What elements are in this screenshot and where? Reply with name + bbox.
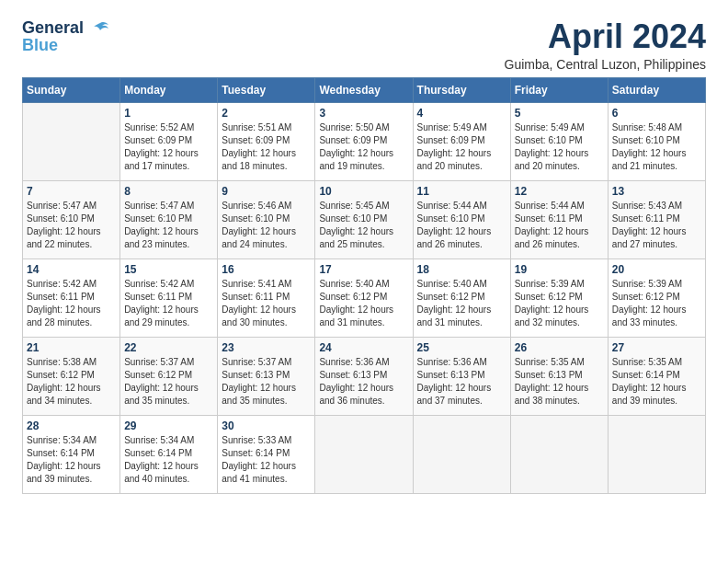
calendar-cell — [413, 415, 510, 493]
day-info: Sunrise: 5:35 AMSunset: 6:13 PMDaylight:… — [515, 356, 604, 408]
day-number: 16 — [222, 263, 311, 276]
calendar-day-header: Saturday — [608, 77, 705, 102]
calendar-cell: 17Sunrise: 5:40 AMSunset: 6:12 PMDayligh… — [315, 259, 413, 337]
calendar-cell: 16Sunrise: 5:41 AMSunset: 6:11 PMDayligh… — [218, 259, 315, 337]
calendar-cell: 7Sunrise: 5:47 AMSunset: 6:10 PMDaylight… — [23, 180, 120, 259]
day-info: Sunrise: 5:39 AMSunset: 6:12 PMDaylight:… — [612, 278, 701, 329]
calendar-cell: 6Sunrise: 5:48 AMSunset: 6:10 PMDaylight… — [608, 102, 705, 180]
day-number: 17 — [319, 263, 408, 276]
calendar-cell: 2Sunrise: 5:51 AMSunset: 6:09 PMDaylight… — [218, 102, 315, 180]
day-number: 1 — [124, 107, 213, 120]
calendar-cell: 15Sunrise: 5:42 AMSunset: 6:11 PMDayligh… — [120, 259, 218, 337]
day-number: 21 — [27, 341, 116, 354]
calendar-body: 1Sunrise: 5:52 AMSunset: 6:09 PMDaylight… — [23, 102, 706, 493]
day-info: Sunrise: 5:36 AMSunset: 6:13 PMDaylight:… — [417, 356, 506, 408]
calendar-cell: 22Sunrise: 5:37 AMSunset: 6:12 PMDayligh… — [120, 337, 218, 415]
day-number: 25 — [417, 341, 506, 354]
logo: General Blue — [22, 18, 110, 55]
day-info: Sunrise: 5:52 AMSunset: 6:09 PMDaylight:… — [124, 121, 213, 173]
day-info: Sunrise: 5:51 AMSunset: 6:09 PMDaylight:… — [222, 121, 311, 173]
day-number: 9 — [222, 185, 311, 198]
day-number: 10 — [319, 185, 408, 198]
calendar-day-header: Sunday — [23, 77, 120, 102]
day-info: Sunrise: 5:44 AMSunset: 6:11 PMDaylight:… — [515, 200, 604, 251]
logo-general: General — [22, 18, 84, 37]
calendar-cell: 28Sunrise: 5:34 AMSunset: 6:14 PMDayligh… — [23, 415, 120, 493]
calendar-week-row: 21Sunrise: 5:38 AMSunset: 6:12 PMDayligh… — [23, 337, 706, 415]
calendar-cell: 3Sunrise: 5:50 AMSunset: 6:09 PMDaylight… — [315, 102, 413, 180]
calendar-cell: 12Sunrise: 5:44 AMSunset: 6:11 PMDayligh… — [510, 180, 608, 259]
day-number: 22 — [124, 341, 213, 354]
calendar-day-header: Tuesday — [218, 77, 315, 102]
day-info: Sunrise: 5:47 AMSunset: 6:10 PMDaylight:… — [27, 200, 116, 251]
day-info: Sunrise: 5:48 AMSunset: 6:10 PMDaylight:… — [612, 121, 701, 173]
calendar-cell: 19Sunrise: 5:39 AMSunset: 6:12 PMDayligh… — [510, 259, 608, 337]
calendar-cell: 10Sunrise: 5:45 AMSunset: 6:10 PMDayligh… — [315, 180, 413, 259]
day-info: Sunrise: 5:42 AMSunset: 6:11 PMDaylight:… — [124, 278, 213, 329]
day-number: 19 — [515, 263, 604, 276]
day-number: 15 — [124, 263, 213, 276]
calendar-week-row: 14Sunrise: 5:42 AMSunset: 6:11 PMDayligh… — [23, 259, 706, 337]
calendar-cell: 13Sunrise: 5:43 AMSunset: 6:11 PMDayligh… — [608, 180, 705, 259]
day-number: 29 — [124, 419, 213, 432]
page-subtitle: Guimba, Central Luzon, Philippines — [505, 57, 706, 72]
day-number: 2 — [222, 107, 311, 120]
calendar-cell — [315, 415, 413, 493]
day-number: 30 — [222, 419, 311, 432]
calendar-day-header: Wednesday — [315, 77, 413, 102]
logo-blue: Blue — [22, 36, 58, 55]
calendar-table: SundayMondayTuesdayWednesdayThursdayFrid… — [22, 77, 706, 494]
day-number: 3 — [319, 107, 408, 120]
calendar-cell: 23Sunrise: 5:37 AMSunset: 6:13 PMDayligh… — [218, 337, 315, 415]
day-info: Sunrise: 5:35 AMSunset: 6:14 PMDaylight:… — [612, 356, 701, 408]
day-number: 12 — [515, 185, 604, 198]
page-header: General Blue April 2024 Guimba, Central … — [22, 18, 706, 72]
calendar-week-row: 1Sunrise: 5:52 AMSunset: 6:09 PMDaylight… — [23, 102, 706, 180]
day-info: Sunrise: 5:38 AMSunset: 6:12 PMDaylight:… — [27, 356, 116, 408]
calendar-cell: 1Sunrise: 5:52 AMSunset: 6:09 PMDaylight… — [120, 102, 218, 180]
day-info: Sunrise: 5:37 AMSunset: 6:12 PMDaylight:… — [124, 356, 213, 408]
day-info: Sunrise: 5:40 AMSunset: 6:12 PMDaylight:… — [417, 278, 506, 329]
day-info: Sunrise: 5:39 AMSunset: 6:12 PMDaylight:… — [515, 278, 604, 329]
day-number: 14 — [27, 263, 116, 276]
day-info: Sunrise: 5:42 AMSunset: 6:11 PMDaylight:… — [27, 278, 116, 329]
day-number: 8 — [124, 185, 213, 198]
day-info: Sunrise: 5:43 AMSunset: 6:11 PMDaylight:… — [612, 200, 701, 251]
calendar-week-row: 7Sunrise: 5:47 AMSunset: 6:10 PMDaylight… — [23, 180, 706, 259]
day-number: 4 — [417, 107, 506, 120]
calendar-cell — [510, 415, 608, 493]
day-number: 11 — [417, 185, 506, 198]
day-number: 20 — [612, 263, 701, 276]
day-info: Sunrise: 5:46 AMSunset: 6:10 PMDaylight:… — [222, 200, 311, 251]
calendar-cell: 20Sunrise: 5:39 AMSunset: 6:12 PMDayligh… — [608, 259, 705, 337]
calendar-cell: 9Sunrise: 5:46 AMSunset: 6:10 PMDaylight… — [218, 180, 315, 259]
calendar-cell: 25Sunrise: 5:36 AMSunset: 6:13 PMDayligh… — [413, 337, 510, 415]
calendar-cell: 8Sunrise: 5:47 AMSunset: 6:10 PMDaylight… — [120, 180, 218, 259]
calendar-cell: 5Sunrise: 5:49 AMSunset: 6:10 PMDaylight… — [510, 102, 608, 180]
calendar-cell: 30Sunrise: 5:33 AMSunset: 6:14 PMDayligh… — [218, 415, 315, 493]
calendar-day-header: Monday — [120, 77, 218, 102]
day-info: Sunrise: 5:47 AMSunset: 6:10 PMDaylight:… — [124, 200, 213, 251]
day-info: Sunrise: 5:49 AMSunset: 6:09 PMDaylight:… — [417, 121, 506, 173]
day-info: Sunrise: 5:49 AMSunset: 6:10 PMDaylight:… — [515, 121, 604, 173]
calendar-cell: 26Sunrise: 5:35 AMSunset: 6:13 PMDayligh… — [510, 337, 608, 415]
day-number: 6 — [612, 107, 701, 120]
day-info: Sunrise: 5:33 AMSunset: 6:14 PMDaylight:… — [222, 434, 311, 486]
calendar-cell: 21Sunrise: 5:38 AMSunset: 6:12 PMDayligh… — [23, 337, 120, 415]
calendar-cell: 11Sunrise: 5:44 AMSunset: 6:10 PMDayligh… — [413, 180, 510, 259]
day-number: 26 — [515, 341, 604, 354]
day-info: Sunrise: 5:41 AMSunset: 6:11 PMDaylight:… — [222, 278, 311, 329]
day-number: 5 — [515, 107, 604, 120]
calendar-cell — [608, 415, 705, 493]
day-number: 28 — [27, 419, 116, 432]
day-number: 23 — [222, 341, 311, 354]
calendar-day-header: Friday — [510, 77, 608, 102]
logo-bird-icon — [90, 19, 110, 40]
title-area: April 2024 Guimba, Central Luzon, Philip… — [505, 18, 706, 72]
calendar-cell: 18Sunrise: 5:40 AMSunset: 6:12 PMDayligh… — [413, 259, 510, 337]
calendar-cell: 24Sunrise: 5:36 AMSunset: 6:13 PMDayligh… — [315, 337, 413, 415]
calendar-cell: 14Sunrise: 5:42 AMSunset: 6:11 PMDayligh… — [23, 259, 120, 337]
calendar-cell: 29Sunrise: 5:34 AMSunset: 6:14 PMDayligh… — [120, 415, 218, 493]
day-info: Sunrise: 5:37 AMSunset: 6:13 PMDaylight:… — [222, 356, 311, 408]
day-info: Sunrise: 5:36 AMSunset: 6:13 PMDaylight:… — [319, 356, 408, 408]
